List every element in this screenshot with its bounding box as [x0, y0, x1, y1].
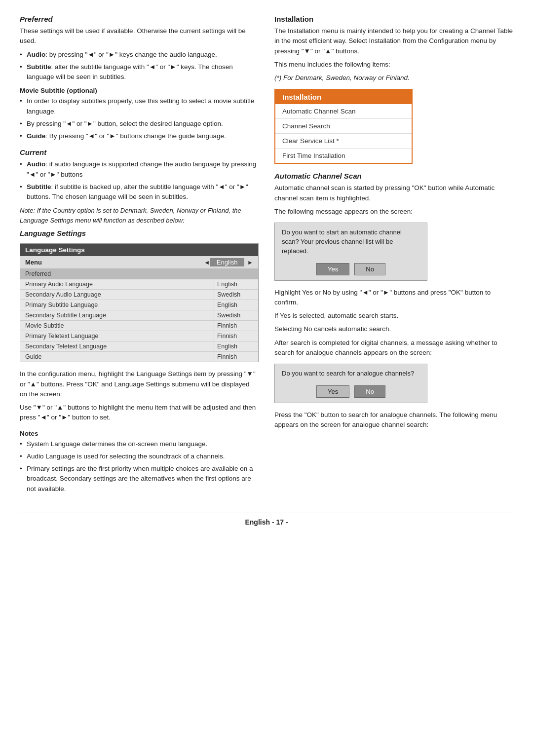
movie-subtitle-item-guide: Guide: By pressing "◄" or "►" buttons ch…	[20, 131, 259, 141]
installation-title: Installation	[274, 15, 513, 23]
current-title: Current	[20, 148, 259, 156]
lang-settings-desc: In the configuration menu, highlight the…	[20, 369, 259, 399]
dialog-box-2: Do you want to search for analogue chann…	[274, 364, 427, 403]
auto-scan-title: Automatic Channel Scan	[274, 172, 513, 180]
lang-row-value: Finnish	[214, 352, 258, 362]
lang-row: Secondary Audio Language Swedish	[20, 290, 258, 300]
movie-subtitle-list: In order to display subtitles properly, …	[20, 96, 259, 141]
lang-use-desc: Use "▼" or "▲" buttons to highlight the …	[20, 403, 259, 423]
dialog2-text: Do you want to search for analogue chann…	[275, 364, 427, 382]
left-arrow-icon: ◄	[204, 259, 210, 266]
auto-scan-desc2: The following message appears on the scr…	[274, 207, 513, 217]
movie-subtitle-heading: Movie Subtitle (optional)	[20, 87, 259, 94]
lang-row: Secondary Subtitle Language Swedish	[20, 310, 258, 321]
lang-row: Movie Subtitle Finnish	[20, 321, 258, 331]
lang-row-value: English	[214, 300, 258, 310]
left-column: Preferred These settings will be used if…	[20, 15, 259, 498]
lang-settings-header: Language Settings	[20, 244, 258, 256]
installation-menu-box: Installation Automatic Channel Scan Chan…	[274, 89, 413, 164]
footer: English - 17 -	[20, 513, 513, 526]
lang-row: Secondary Teletext Language English	[20, 341, 258, 352]
movie-subtitle-item-2: By pressing "◄" or "►" button, select th…	[20, 119, 259, 129]
lang-row: Guide Finnish	[20, 352, 258, 362]
preferred-item-subtitle: Subtitle: alter the subtitle language wi…	[20, 62, 259, 82]
notes-heading: Notes	[20, 430, 259, 437]
auto-scan-desc1: Automatic channel scan is started by pre…	[274, 183, 513, 203]
install-menu-item-channel-search: Channel Search	[275, 119, 412, 134]
note-1: System Language determines the on-screen…	[20, 439, 259, 449]
dialog1-yes-button[interactable]: Yes	[316, 263, 349, 275]
notes-list: System Language determines the on-screen…	[20, 439, 259, 494]
audio-label: Audio	[27, 51, 45, 58]
note-3: Primary settings are the first priority …	[20, 464, 259, 494]
guide-text: : By pressing "◄" or "►" buttons change …	[45, 132, 226, 140]
installation-includes: This menu includes the following items:	[274, 60, 513, 70]
lang-row-label: Primary Audio Language	[20, 279, 214, 289]
subtitle-text: : alter the subtitle language with "◄" o…	[27, 63, 233, 80]
lang-row-label: Primary Teletext Language	[20, 331, 214, 341]
lang-row-label: Movie Subtitle	[20, 321, 214, 331]
lang-row-label: Secondary Audio Language	[20, 290, 214, 300]
dialog2-no-button[interactable]: No	[354, 385, 385, 398]
note-2: Audio Language is used for selecting the…	[20, 452, 259, 461]
current-subtitle: Subtitle: if subtitle is backed up, alte…	[20, 182, 259, 202]
lang-row-value: Swedish	[214, 310, 258, 320]
dialog1-text: Do you want to start an automatic channe…	[275, 223, 427, 260]
lang-row: Primary Audio Language English	[20, 279, 258, 290]
lang-row-label: Guide	[20, 352, 214, 362]
auto-scan-desc3: Highlight Yes or No by using "◄" or "►" …	[274, 288, 513, 308]
installation-desc: The Installation menu is mainly intended…	[274, 26, 513, 56]
install-menu-header: Installation	[275, 90, 412, 104]
lang-row-value: English	[214, 279, 258, 289]
note-italic: Note: If the Country option is set to De…	[20, 206, 259, 225]
auto-scan-desc5: Selecting No cancels automatic search.	[274, 324, 513, 334]
current-audio-text: : if audio language is supported change …	[27, 160, 256, 178]
subtitle-label: Subtitle	[27, 63, 51, 71]
dialog-box-1: Do you want to start an automatic channe…	[274, 223, 427, 281]
lang-menu-row: Menu ◄ English ►	[20, 256, 258, 269]
right-column: Installation The Installation menu is ma…	[274, 15, 513, 498]
right-arrow-icon: ►	[247, 259, 253, 266]
lang-menu-label: Menu	[25, 259, 204, 266]
dialog1-buttons: Yes No	[275, 260, 427, 280]
install-menu-item-auto-scan: Automatic Channel Scan	[275, 104, 412, 119]
language-settings-title: Language Settings	[20, 229, 259, 237]
current-subtitle-text: : if subtitle is backed up, alter the su…	[27, 183, 248, 200]
preferred-title: Preferred	[20, 15, 259, 23]
preferred-item-audio: Audio: by pressing "◄" or "►" keys chang…	[20, 50, 259, 60]
auto-scan-desc6: After search is completed for digital ch…	[274, 338, 513, 358]
lang-row-value: Finnish	[214, 321, 258, 331]
guide-label: Guide	[27, 132, 45, 140]
current-audio: Audio: if audio language is supported ch…	[20, 159, 259, 180]
current-audio-label: Audio	[27, 160, 45, 168]
lang-row: Primary Subtitle Language English	[20, 300, 258, 310]
lang-row-label: Secondary Subtitle Language	[20, 310, 214, 320]
lang-rows: Primary Audio Language English Secondary…	[20, 279, 258, 362]
current-subtitle-label: Subtitle	[27, 183, 51, 190]
lang-row-label: Primary Subtitle Language	[20, 300, 214, 310]
audio-text: : by pressing "◄" or "►" keys change the…	[45, 51, 217, 58]
movie-subtitle-item-1: In order to display subtitles properly, …	[20, 96, 259, 116]
auto-scan-desc7: Press the "OK" button to search for anal…	[274, 410, 513, 430]
language-settings-box: Language Settings Menu ◄ English ► Prefe…	[20, 243, 259, 362]
lang-row: Primary Teletext Language Finnish	[20, 331, 258, 341]
auto-scan-desc4: If Yes is selected, automatic search sta…	[274, 311, 513, 321]
dialog2-buttons: Yes No	[275, 382, 427, 403]
lang-row-value: English	[214, 341, 258, 351]
dialog1-no-button[interactable]: No	[354, 263, 385, 275]
install-menu-item-first-time: First Time Installation	[275, 149, 412, 163]
preferred-intro: These settings will be used if available…	[20, 26, 259, 46]
lang-menu-value: English	[210, 258, 244, 266]
install-menu-item-clear-service: Clear Service List *	[275, 134, 412, 149]
current-list: Audio: if audio language is supported ch…	[20, 159, 259, 202]
installation-note: (*) For Denmark, Sweden, Norway or Finla…	[274, 73, 513, 83]
preferred-list: Audio: by pressing "◄" or "►" keys chang…	[20, 50, 259, 82]
lang-row-label: Secondary Teletext Language	[20, 341, 214, 351]
dialog2-yes-button[interactable]: Yes	[316, 385, 349, 398]
lang-row-value: Finnish	[214, 331, 258, 341]
footer-text: English - 17 -	[245, 518, 288, 526]
lang-row-value: Swedish	[214, 290, 258, 300]
lang-preferred-header: Preferred	[20, 269, 258, 279]
